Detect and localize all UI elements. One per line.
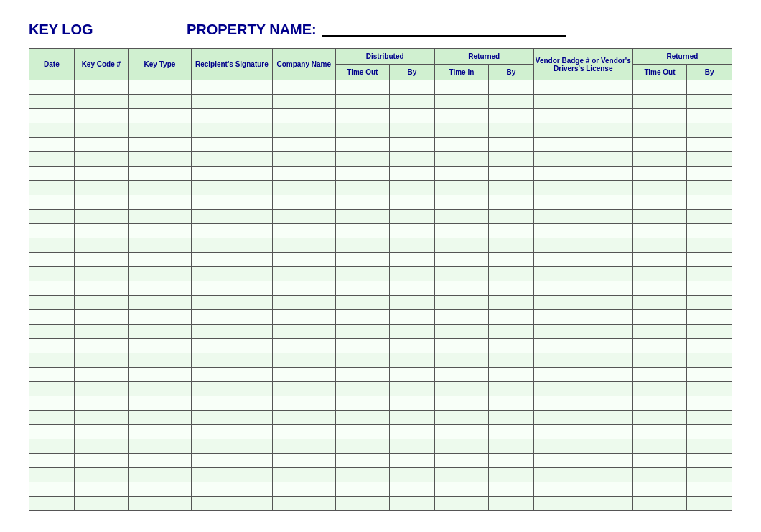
table-cell bbox=[29, 310, 75, 325]
table-cell bbox=[389, 382, 434, 396]
table-cell bbox=[434, 325, 488, 339]
table-cell bbox=[389, 152, 434, 167]
table-cell bbox=[335, 181, 389, 195]
col-date: Date bbox=[29, 49, 75, 80]
col-key-type: Key Type bbox=[129, 49, 192, 80]
table-cell bbox=[389, 253, 434, 267]
table-cell bbox=[191, 439, 272, 454]
table-row bbox=[29, 210, 732, 224]
key-log-table: Date Key Code # Key Type Recipient's Sig… bbox=[29, 48, 732, 511]
table-cell bbox=[191, 123, 272, 138]
table-cell bbox=[29, 425, 75, 439]
table-cell bbox=[272, 497, 335, 511]
table-cell bbox=[489, 497, 534, 511]
table-cell bbox=[129, 195, 192, 210]
table-cell bbox=[191, 238, 272, 253]
table-cell bbox=[632, 368, 686, 382]
table-cell bbox=[389, 439, 434, 454]
table-cell bbox=[335, 468, 389, 482]
table-cell bbox=[129, 396, 192, 411]
table-cell bbox=[272, 267, 335, 281]
table-cell bbox=[191, 152, 272, 167]
table-row bbox=[29, 167, 732, 181]
table-cell bbox=[687, 281, 732, 296]
table-cell bbox=[29, 80, 75, 95]
table-row bbox=[29, 396, 732, 411]
table-cell bbox=[687, 425, 732, 439]
table-cell bbox=[434, 368, 488, 382]
table-cell bbox=[335, 454, 389, 468]
table-cell bbox=[272, 368, 335, 382]
page-title: KEY LOG bbox=[29, 22, 187, 38]
table-row bbox=[29, 138, 732, 152]
table-cell bbox=[687, 396, 732, 411]
table-cell bbox=[533, 368, 632, 382]
table-cell bbox=[335, 353, 389, 368]
table-cell bbox=[632, 310, 686, 325]
table-cell bbox=[434, 468, 488, 482]
table-cell bbox=[687, 325, 732, 339]
table-cell bbox=[389, 167, 434, 181]
table-cell bbox=[489, 224, 534, 238]
table-row bbox=[29, 382, 732, 396]
table-cell bbox=[632, 224, 686, 238]
table-cell bbox=[434, 497, 488, 511]
table-cell bbox=[272, 439, 335, 454]
table-cell bbox=[29, 210, 75, 224]
table-cell bbox=[687, 368, 732, 382]
col-ret2: Returned bbox=[632, 49, 732, 65]
table-cell bbox=[74, 425, 128, 439]
table-cell bbox=[191, 167, 272, 181]
table-cell bbox=[335, 224, 389, 238]
table-cell bbox=[389, 296, 434, 310]
table-cell bbox=[687, 210, 732, 224]
table-cell bbox=[335, 238, 389, 253]
table-cell bbox=[632, 482, 686, 497]
table-cell bbox=[272, 482, 335, 497]
table-cell bbox=[272, 253, 335, 267]
table-cell bbox=[29, 482, 75, 497]
table-cell bbox=[489, 325, 534, 339]
table-cell bbox=[129, 425, 192, 439]
table-cell bbox=[687, 482, 732, 497]
table-cell bbox=[489, 339, 534, 353]
table-cell bbox=[29, 224, 75, 238]
table-row bbox=[29, 152, 732, 167]
table-cell bbox=[389, 238, 434, 253]
table-cell bbox=[434, 296, 488, 310]
table-cell bbox=[434, 138, 488, 152]
table-cell bbox=[434, 396, 488, 411]
table-cell bbox=[272, 152, 335, 167]
table-cell bbox=[389, 468, 434, 482]
table-cell bbox=[632, 411, 686, 425]
table-cell bbox=[74, 482, 128, 497]
table-cell bbox=[533, 195, 632, 210]
table-cell bbox=[533, 167, 632, 181]
table-cell bbox=[272, 411, 335, 425]
table-row bbox=[29, 238, 732, 253]
table-cell bbox=[632, 396, 686, 411]
table-cell bbox=[191, 296, 272, 310]
table-cell bbox=[687, 382, 732, 396]
table-cell bbox=[29, 138, 75, 152]
table-row bbox=[29, 310, 732, 325]
table-cell bbox=[533, 310, 632, 325]
table-cell bbox=[434, 123, 488, 138]
table-cell bbox=[129, 210, 192, 224]
table-cell bbox=[335, 396, 389, 411]
table-cell bbox=[434, 210, 488, 224]
table-cell bbox=[489, 181, 534, 195]
table-cell bbox=[74, 123, 128, 138]
table-cell bbox=[272, 210, 335, 224]
table-cell bbox=[434, 454, 488, 468]
table-cell bbox=[489, 396, 534, 411]
table-cell bbox=[434, 425, 488, 439]
table-cell bbox=[29, 95, 75, 109]
table-row bbox=[29, 109, 732, 123]
table-row bbox=[29, 80, 732, 95]
table-cell bbox=[533, 152, 632, 167]
table-cell bbox=[74, 353, 128, 368]
table-cell bbox=[434, 253, 488, 267]
col-company: Company Name bbox=[272, 49, 335, 80]
table-cell bbox=[335, 497, 389, 511]
